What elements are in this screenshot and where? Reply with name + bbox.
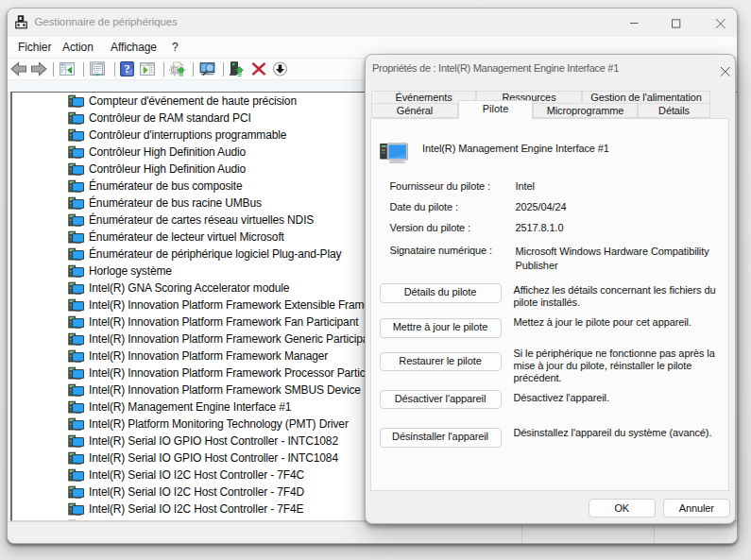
- svg-text:?: ?: [124, 61, 130, 76]
